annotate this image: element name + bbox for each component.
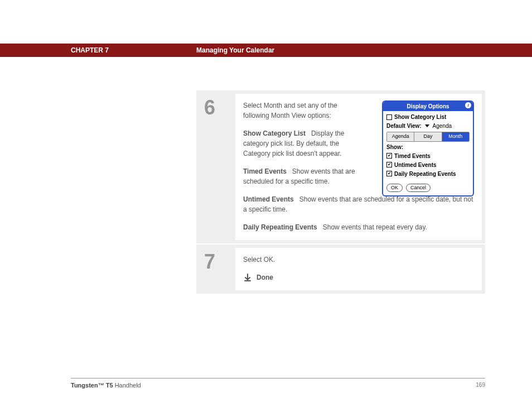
default-view-row[interactable]: Default View: Agenda <box>386 122 470 130</box>
untimed-events-checkbox-row[interactable]: ✔ Untimed Events <box>386 161 470 169</box>
step-number-column: 6 <box>196 90 235 243</box>
option-timed: Timed Events Show events that are schedu… <box>243 166 360 186</box>
default-view-label: Default View: <box>386 122 422 130</box>
step-6-body: Select Month and set any of the followin… <box>235 94 482 240</box>
daily-repeating-label: Daily Repeating Events <box>394 170 456 178</box>
option-label: Daily Repeating Events <box>243 223 317 231</box>
checkbox-checked-icon: ✔ <box>386 171 392 176</box>
step-number: 7 <box>204 250 235 274</box>
timed-events-label: Timed Events <box>394 152 431 160</box>
timed-events-checkbox-row[interactable]: ✔ Timed Events <box>386 152 470 160</box>
display-options-dialog: Display Options i Show Category List Def… <box>382 100 474 197</box>
cancel-button[interactable]: Cancel <box>406 184 431 193</box>
step-7-text: Select OK. <box>243 255 474 265</box>
ok-button[interactable]: OK <box>386 184 403 193</box>
option-daily-repeating: Daily Repeating Events Show events that … <box>243 222 474 232</box>
tab-day[interactable]: Day <box>414 132 442 141</box>
model-bold: Tungsten™ T5 <box>71 382 113 389</box>
view-tabs: Agenda Day Month <box>386 132 470 142</box>
untimed-events-label: Untimed Events <box>394 161 437 169</box>
tab-agenda[interactable]: Agenda <box>387 132 414 141</box>
step-7-body: Select OK. Done <box>235 248 482 290</box>
done-indicator: Done <box>243 272 474 282</box>
option-label: Show Category List <box>243 130 306 137</box>
show-label: Show: <box>386 143 403 151</box>
info-icon[interactable]: i <box>465 102 471 108</box>
step-6: 6 Select Month and set any of the follow… <box>196 90 485 245</box>
device-model: Tungsten™ T5 Handheld <box>71 382 141 389</box>
step-6-intro: Select Month and set any of the followin… <box>243 100 360 121</box>
checkbox-icon <box>386 114 392 120</box>
model-rest: Handheld <box>113 382 141 389</box>
default-view-value: Agenda <box>433 122 452 130</box>
daily-repeating-checkbox-row[interactable]: ✔ Daily Repeating Events <box>386 170 470 178</box>
steps-container: 6 Select Month and set any of the follow… <box>196 90 485 295</box>
option-show-category: Show Category List Display the category … <box>243 128 360 159</box>
done-arrow-icon <box>243 273 252 282</box>
checkbox-checked-icon: ✔ <box>386 162 392 167</box>
step-number: 6 <box>204 96 235 119</box>
chapter-title: Managing Your Calendar <box>196 46 274 54</box>
dialog-body: Show Category List Default View: Agenda … <box>383 111 473 195</box>
show-category-list-label: Show Category List <box>394 113 446 121</box>
dropdown-arrow-icon <box>425 124 429 127</box>
dialog-buttons: OK Cancel <box>386 184 470 193</box>
option-label: Timed Events <box>243 167 287 175</box>
option-desc: Show events that repeat every day. <box>323 223 427 231</box>
page-number: 169 <box>476 382 485 389</box>
checkbox-checked-icon: ✔ <box>386 153 392 159</box>
tab-month[interactable]: Month <box>442 132 469 141</box>
page-footer: Tungsten™ T5 Handheld 169 <box>71 378 485 389</box>
option-label: Untimed Events <box>243 195 294 203</box>
step-7: 7 Select OK. Done <box>196 245 485 295</box>
step-number-column: 7 <box>196 245 235 294</box>
chapter-label: CHAPTER 7 <box>71 46 109 54</box>
option-untimed: Untimed Events Show events that are sche… <box>243 194 474 214</box>
show-category-list-checkbox-row[interactable]: Show Category List <box>386 113 470 121</box>
done-label: Done <box>257 272 273 282</box>
chapter-header-bar: CHAPTER 7 Managing Your Calendar <box>0 44 532 57</box>
dialog-titlebar: Display Options i <box>383 102 473 111</box>
dialog-title-text: Display Options <box>407 103 449 109</box>
